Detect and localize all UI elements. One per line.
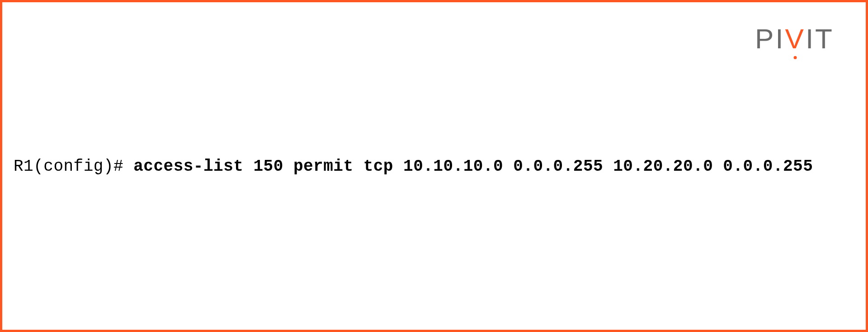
- logo-text-v: V: [785, 23, 806, 54]
- terminal-command: access-list 150 permit tcp 10.10.10.0 0.…: [133, 157, 813, 175]
- terminal-prompt: R1(config)#: [14, 157, 133, 175]
- logo-text-it: IT: [806, 25, 834, 53]
- brand-logo: PIVIT: [755, 25, 834, 53]
- logo-text-pi: PI: [755, 25, 785, 53]
- logo-dot-icon: [794, 56, 797, 59]
- logo-v-wrapper: V: [785, 25, 806, 53]
- terminal-line: R1(config)# access-list 150 permit tcp 1…: [14, 157, 813, 175]
